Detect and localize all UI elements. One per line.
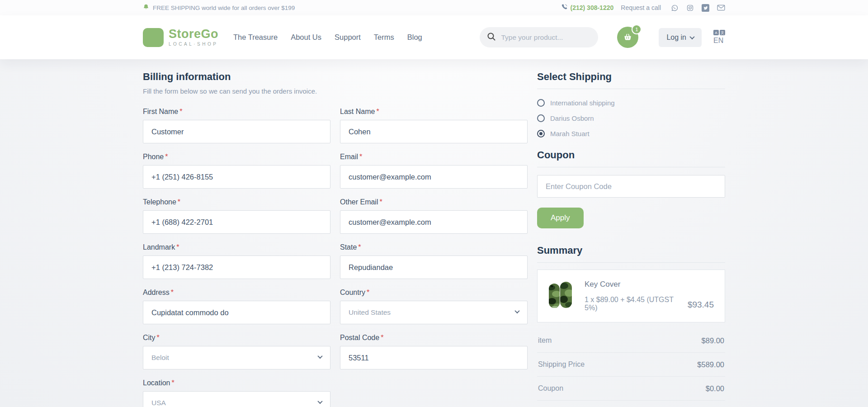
shipping-option[interactable]: Marah Stuart	[537, 130, 725, 137]
nav-item[interactable]: Support	[335, 33, 361, 42]
cart-button[interactable]: 1	[617, 27, 638, 48]
radio-icon[interactable]	[537, 99, 545, 107]
field-input[interactable]	[340, 346, 528, 369]
product-detail: 1 x $89.00 + $4.45 (UTGST 5%)	[585, 296, 688, 312]
field-label: First Name	[143, 108, 178, 115]
required-marker: *	[172, 379, 175, 387]
shipping-option[interactable]: International shipping	[537, 99, 725, 107]
radio-icon[interactable]	[537, 114, 545, 122]
selected-option: USA	[151, 399, 166, 407]
whatsapp-icon[interactable]	[671, 4, 679, 12]
product-image	[548, 281, 573, 311]
mail-icon[interactable]	[717, 5, 725, 11]
required-marker: *	[358, 243, 361, 251]
field-input[interactable]	[143, 301, 330, 324]
brand-name: StoreGo	[169, 28, 218, 40]
product-name: Key Cover	[585, 280, 688, 289]
summary-row-value: $0.00	[706, 384, 724, 393]
billing-title: Billing information	[143, 71, 528, 83]
search-input[interactable]	[501, 33, 591, 42]
field-label: Postal Code	[340, 334, 379, 341]
field-input[interactable]	[340, 210, 528, 234]
divider	[537, 89, 725, 89]
apply-coupon-button[interactable]: Apply	[537, 208, 584, 228]
form-field: Location* USA	[143, 379, 330, 407]
required-marker: *	[178, 198, 180, 206]
required-marker: *	[165, 153, 168, 161]
required-marker: *	[379, 198, 382, 206]
form-field: Postal Code*	[340, 334, 528, 369]
summary-row-value: $589.00	[697, 360, 724, 369]
field-input[interactable]	[340, 120, 528, 143]
summary-row: item $89.00	[537, 329, 725, 353]
language-switcher[interactable]: A文 EN	[713, 30, 725, 45]
form-field: Other Email*	[340, 198, 528, 234]
request-call-link[interactable]: Request a call	[621, 4, 661, 11]
search-bar	[480, 27, 598, 47]
summary-section: Summary	[537, 245, 725, 407]
summary-title: Summary	[537, 245, 725, 256]
summary-row-label: item	[538, 336, 552, 345]
nav-item[interactable]: Terms	[374, 33, 394, 42]
form-field: Country* United States	[340, 289, 528, 324]
field-label: Address	[143, 289, 170, 296]
field-label: Telephone	[143, 198, 176, 206]
shipping-option[interactable]: Darius Osborn	[537, 114, 725, 122]
required-marker: *	[179, 108, 182, 115]
phone-link[interactable]: (212) 308-1220	[561, 4, 614, 12]
login-button[interactable]: Log in	[659, 28, 702, 47]
shipping-option-label: International shipping	[550, 99, 615, 107]
divider	[537, 167, 725, 167]
field-input[interactable]	[143, 165, 330, 189]
field-select[interactable]: Beloit	[143, 346, 330, 369]
summary-row: Coupon $0.00	[537, 377, 725, 401]
radio-icon[interactable]	[537, 130, 545, 137]
cart-count-badge: 1	[632, 24, 642, 34]
nav-item[interactable]: The Treasure	[233, 33, 278, 42]
field-input[interactable]	[340, 165, 528, 189]
search-icon	[487, 32, 496, 43]
required-marker: *	[176, 243, 179, 251]
brand-mark-icon	[143, 28, 164, 47]
product-price: $93.45	[688, 300, 714, 312]
announcement-bar: FREE SHIPPING world wide for all orders …	[0, 0, 868, 15]
field-input[interactable]	[143, 120, 330, 143]
brand-logo[interactable]: StoreGo LOCAL·SHOP	[143, 28, 218, 47]
field-label: City	[143, 334, 156, 341]
selected-option: United States	[349, 308, 391, 317]
chevron-down-icon	[317, 354, 322, 359]
shipping-section: Select Shipping International shipping D…	[537, 71, 725, 137]
field-label: Phone	[143, 153, 164, 161]
twitter-icon[interactable]	[702, 4, 709, 12]
field-input[interactable]	[143, 256, 330, 279]
form-field: State*	[340, 243, 528, 279]
chevron-down-icon	[317, 399, 322, 404]
required-marker: *	[367, 289, 369, 296]
field-select[interactable]: United States	[340, 301, 528, 324]
required-marker: *	[381, 334, 383, 341]
form-field: Last Name*	[340, 108, 528, 143]
basket-icon	[623, 32, 632, 43]
field-label: Email	[340, 153, 358, 161]
selected-option: Beloit	[151, 354, 169, 362]
shipping-option-label: Darius Osborn	[550, 114, 594, 122]
summary-row-value: $89.00	[702, 336, 724, 345]
coupon-section: Coupon Apply	[537, 149, 725, 228]
nav-item[interactable]: About Us	[291, 33, 321, 42]
field-input[interactable]	[143, 210, 330, 234]
field-select[interactable]: USA	[143, 391, 330, 407]
nav-item[interactable]: Blog	[407, 33, 422, 42]
summary-row-label: Shipping Price	[538, 360, 585, 369]
field-label: Other Email	[340, 198, 378, 206]
shipping-options: International shipping Darius Osborn Mar…	[537, 99, 725, 137]
coupon-code-input[interactable]	[537, 175, 725, 198]
field-input[interactable]	[340, 256, 528, 279]
chevron-down-icon	[514, 308, 519, 313]
form-field: City* Beloit	[143, 334, 330, 369]
summary-row-label: Coupon	[538, 384, 563, 393]
login-label: Log in	[666, 33, 686, 42]
form-field: Phone*	[143, 153, 330, 189]
required-marker: *	[359, 153, 362, 161]
billing-fields: First Name* Last Name* Phone* Email* Tel…	[143, 108, 528, 407]
instagram-icon[interactable]	[686, 4, 694, 12]
